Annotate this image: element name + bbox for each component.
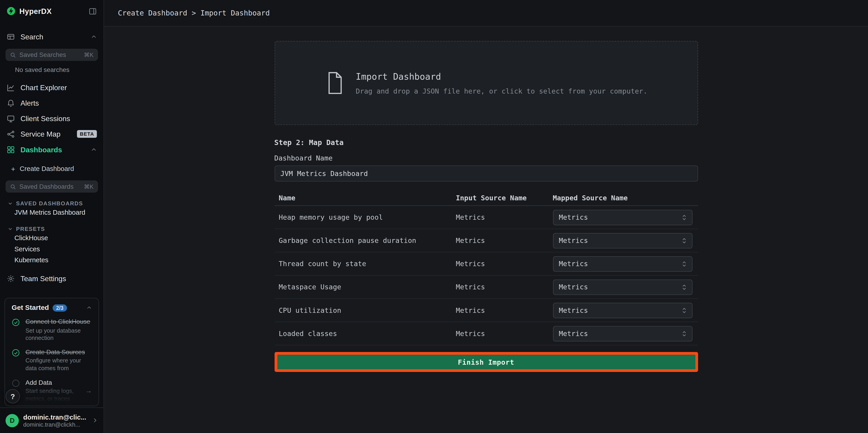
sidebar-item-team-settings[interactable]: Team Settings: [0, 270, 103, 287]
monitor-icon: [7, 114, 15, 122]
chevron-up-icon[interactable]: [91, 146, 97, 153]
sidebar-section-search[interactable]: Search: [0, 29, 103, 44]
arrow-right-icon: →: [85, 386, 92, 394]
input-source-cell: Metrics: [456, 213, 553, 221]
mapped-source-select[interactable]: Metrics: [553, 256, 692, 271]
mapped-source-value: Metrics: [559, 283, 588, 291]
hyperdx-logo-icon: [7, 7, 16, 16]
mapped-source-select[interactable]: Metrics: [553, 326, 692, 341]
chevron-down-icon: [8, 200, 13, 206]
get-started-item-title: Connect to ClickHouse: [26, 318, 92, 326]
sidebar: HyperDX Search ⌘K No saved searches: [0, 0, 104, 433]
table-header-row: Name Input Source Name Mapped Source Nam…: [274, 190, 698, 206]
table-row: Garbage collection pause duration Metric…: [274, 229, 698, 252]
breadcrumb-item-create-dashboard[interactable]: Create Dashboard: [118, 9, 187, 17]
saved-dashboards-group-label: SAVED DASHBOARDS: [16, 200, 83, 206]
user-menu[interactable]: D dominic.tran@clic... dominic.tran@clic…: [0, 407, 103, 433]
get-started-item-body: Create Data Sources Configure where your…: [26, 348, 92, 372]
chart-name-cell: Thread count by state: [274, 259, 456, 268]
chevron-updown-icon: [681, 307, 687, 313]
saved-dashboards-group[interactable]: SAVED DASHBOARDS: [0, 199, 103, 207]
mapped-source-value: Metrics: [559, 236, 588, 245]
sidebar-item-service-map[interactable]: Service Map BETA: [0, 126, 103, 142]
get-started-header[interactable]: Get Started 2/3: [11, 304, 92, 312]
mapping-table: Name Input Source Name Mapped Source Nam…: [274, 190, 698, 345]
dropzone-text: Import Dashboard Drag and drop a JSON fi…: [356, 71, 647, 95]
saved-dashboards-searchbox[interactable]: ⌘K: [5, 181, 98, 193]
get-started-item-sources[interactable]: Create Data Sources Configure where your…: [11, 348, 92, 372]
mapped-source-select[interactable]: Metrics: [553, 233, 692, 248]
saved-searches-searchbox[interactable]: ⌘K: [5, 49, 98, 61]
chart-name-cell: Loaded classes: [274, 330, 456, 338]
presets-group[interactable]: PRESETS: [0, 225, 103, 233]
input-source-cell: Metrics: [456, 236, 553, 245]
dashboard-name-input[interactable]: [274, 165, 698, 182]
dashboard-item-label: JVM Metrics Dashboard: [14, 209, 85, 216]
get-started-item-body: Connect to ClickHouse Set up your databa…: [26, 318, 92, 342]
column-header-mapped-source: Mapped Source Name: [553, 193, 698, 202]
get-started-item-title: Add Data: [26, 378, 81, 386]
column-header-input-source: Input Source Name: [456, 193, 553, 202]
mapped-source-select[interactable]: Metrics: [553, 210, 692, 225]
mapped-source-select[interactable]: Metrics: [553, 303, 692, 318]
sidebar-item-kubernetes-preset[interactable]: Kubernetes: [0, 254, 103, 266]
search-icon: [10, 52, 16, 58]
table-row: Thread count by state Metrics Metrics: [274, 252, 698, 276]
chevron-updown-icon: [681, 260, 687, 267]
app-root: HyperDX Search ⌘K No saved searches: [0, 0, 868, 433]
saved-searches-input[interactable]: [19, 52, 81, 58]
avatar: D: [5, 414, 19, 427]
progress-badge: 2/3: [53, 304, 67, 312]
get-started-item-title: Create Data Sources: [26, 348, 92, 356]
get-started-item-desc: Configure where your data comes from: [26, 357, 92, 372]
collapse-sidebar-icon[interactable]: [89, 7, 97, 15]
preset-item-label: ClickHouse: [14, 234, 48, 242]
get-started-title: Get Started: [11, 304, 49, 312]
brand-title: HyperDX: [19, 7, 52, 15]
help-label: ?: [10, 392, 15, 400]
chart-explorer-icon: [7, 83, 15, 92]
step-label: Step 2: Map Data: [274, 138, 698, 147]
chevron-up-icon[interactable]: [91, 33, 97, 40]
preset-item-label: Kubernetes: [14, 256, 48, 264]
dashboard-name-label: Dashboard Name: [274, 154, 698, 162]
file-dropzone[interactable]: Import Dashboard Drag and drop a JSON fi…: [274, 41, 698, 125]
bell-icon: [7, 99, 15, 107]
sidebar-item-services-preset[interactable]: Services: [0, 244, 103, 255]
dropzone-subtitle: Drag and drop a JSON file here, or click…: [356, 87, 647, 95]
saved-dashboards-input[interactable]: [19, 183, 81, 190]
user-email: dominic.tran@clickh...: [23, 421, 87, 428]
mapped-source-value: Metrics: [559, 330, 588, 338]
main-area: Create Dashboard > Import Dashboard Impo…: [104, 0, 868, 433]
column-header-name: Name: [274, 193, 456, 202]
sidebar-item-chart-explorer[interactable]: Chart Explorer: [0, 80, 103, 95]
sidebar-nav: Chart Explorer Alerts Client Sessions Se…: [0, 80, 103, 157]
mapped-source-select[interactable]: Metrics: [553, 279, 692, 295]
check-circle-icon: [11, 348, 21, 372]
sidebar-item-label: Client Sessions: [21, 114, 70, 122]
input-source-cell: Metrics: [456, 306, 553, 314]
breadcrumb: Create Dashboard > Import Dashboard: [104, 0, 868, 27]
sidebar-header: HyperDX: [0, 0, 103, 22]
table-row: Loaded classes Metrics Metrics: [274, 322, 698, 345]
get-started-item-add-data[interactable]: Add Data Start sending logs, metrics, or…: [11, 378, 92, 402]
preset-item-label: Services: [14, 245, 40, 253]
chevron-updown-icon: [681, 237, 687, 244]
chart-name-cell: Garbage collection pause duration: [274, 236, 456, 245]
sidebar-item-dashboards[interactable]: Dashboards: [0, 142, 103, 157]
sidebar-item-jvm-metrics-dashboard[interactable]: JVM Metrics Dashboard: [0, 207, 103, 218]
import-dashboard-panel: Import Dashboard Drag and drop a JSON fi…: [274, 27, 698, 372]
chevron-down-icon: [8, 226, 13, 231]
get-started-item-connect[interactable]: Connect to ClickHouse Set up your databa…: [11, 318, 92, 342]
sidebar-item-alerts[interactable]: Alerts: [0, 95, 103, 111]
finish-import-button[interactable]: Finish Import: [277, 355, 695, 369]
get-started-item-desc: Start sending logs, metrics, or traces: [26, 388, 81, 402]
chevron-updown-icon: [681, 214, 687, 221]
chevron-up-icon[interactable]: [86, 305, 92, 311]
table-row: Heap memory usage by pool Metrics Metric…: [274, 206, 698, 229]
create-dashboard-button[interactable]: + Create Dashboard: [0, 162, 103, 176]
sidebar-item-client-sessions[interactable]: Client Sessions: [0, 111, 103, 126]
keyboard-shortcut-badge: ⌘K: [84, 183, 94, 190]
sidebar-item-clickhouse-preset[interactable]: ClickHouse: [0, 233, 103, 244]
sidebar-item-label: Chart Explorer: [21, 83, 67, 92]
